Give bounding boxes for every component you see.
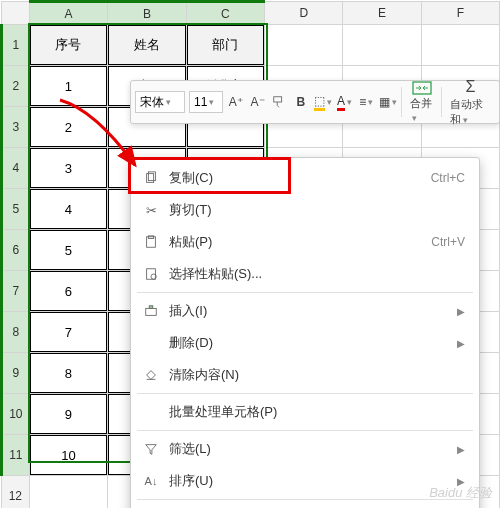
cell[interactable]	[421, 25, 499, 66]
paste-special-icon	[139, 264, 163, 284]
menu-label: 排序(U)	[169, 472, 213, 490]
row-header[interactable]: 12	[2, 476, 30, 509]
menu-copy[interactable]: 复制(C) Ctrl+C	[131, 162, 479, 194]
font-color-button[interactable]: A	[336, 91, 354, 113]
merge-icon	[412, 81, 432, 95]
menu-label: 筛选(L)	[169, 440, 211, 458]
menu-label: 删除(D)	[169, 334, 213, 352]
col-header-b[interactable]: B	[108, 2, 186, 25]
decrease-font-icon[interactable]: A⁻	[249, 91, 267, 113]
autosum-button[interactable]: Σ 自动求和	[446, 78, 495, 127]
autosum-label: 自动求和	[450, 97, 491, 127]
menu-shortcut: Ctrl+C	[431, 171, 465, 185]
cell[interactable]: 3	[29, 148, 107, 189]
copy-icon	[139, 168, 163, 188]
menu-label: 批量处理单元格(P)	[169, 403, 277, 421]
row-header[interactable]: 8	[2, 312, 30, 353]
align-button[interactable]: ≡	[357, 91, 375, 113]
svg-rect-9	[149, 306, 153, 309]
svg-rect-1	[413, 82, 431, 94]
cell[interactable]	[29, 476, 107, 509]
paste-icon	[139, 232, 163, 252]
cell[interactable]: 序号	[29, 25, 107, 66]
menu-batch[interactable]: 批量处理单元格(P)	[131, 396, 479, 428]
row-header[interactable]: 5	[2, 189, 30, 230]
menu-insert-comment[interactable]: 插入批注(M)... Shift+F2	[131, 502, 479, 508]
cut-icon: ✂	[139, 200, 163, 220]
format-painter-icon[interactable]	[270, 91, 288, 113]
menu-clear[interactable]: 清除内容(N)	[131, 359, 479, 391]
cell[interactable]	[265, 25, 343, 66]
fill-color-button[interactable]: ⬚	[314, 91, 332, 113]
watermark: Baidu 经验	[429, 484, 492, 502]
cell[interactable]: 10	[29, 435, 107, 476]
row-header[interactable]: 9	[2, 353, 30, 394]
row-header[interactable]: 11	[2, 435, 30, 476]
cell[interactable]: 5	[29, 230, 107, 271]
cell[interactable]: 8	[29, 353, 107, 394]
cell[interactable]: 7	[29, 312, 107, 353]
sigma-icon: Σ	[466, 78, 476, 96]
row-header[interactable]: 3	[2, 107, 30, 148]
col-header-a[interactable]: A	[29, 2, 107, 25]
col-header-c[interactable]: C	[186, 2, 264, 25]
cell[interactable]: 4	[29, 189, 107, 230]
merge-button[interactable]: 合并	[406, 81, 437, 123]
filter-icon	[139, 439, 163, 459]
svg-rect-0	[274, 97, 282, 102]
cell[interactable]: 2	[29, 107, 107, 148]
menu-paste-special[interactable]: 选择性粘贴(S)...	[131, 258, 479, 290]
borders-button[interactable]: ▦	[379, 91, 397, 113]
insert-icon	[139, 301, 163, 321]
col-header-d[interactable]: D	[265, 2, 343, 25]
menu-label: 清除内容(N)	[169, 366, 239, 384]
submenu-arrow-icon: ▶	[457, 444, 465, 455]
mini-toolbar: 宋体 11 A⁺ A⁻ B ⬚ A ≡ ▦ 合并 Σ 自动求和	[130, 80, 500, 124]
cell[interactable]: 1	[29, 66, 107, 107]
cell[interactable]	[343, 25, 421, 66]
submenu-arrow-icon: ▶	[457, 338, 465, 349]
cell[interactable]: 姓名	[108, 25, 186, 66]
sort-icon: A↓	[139, 471, 163, 491]
col-header-f[interactable]: F	[421, 2, 499, 25]
row-header[interactable]: 6	[2, 230, 30, 271]
select-all-corner[interactable]	[2, 2, 30, 25]
cell[interactable]: 部门	[186, 25, 264, 66]
svg-rect-8	[146, 308, 157, 315]
row-header[interactable]: 2	[2, 66, 30, 107]
menu-shortcut: Ctrl+V	[431, 235, 465, 249]
menu-filter[interactable]: 筛选(L) ▶	[131, 433, 479, 465]
menu-cut[interactable]: ✂ 剪切(T)	[131, 194, 479, 226]
clear-icon	[139, 365, 163, 385]
font-size-combo[interactable]: 11	[189, 91, 223, 113]
context-menu: 复制(C) Ctrl+C ✂ 剪切(T) 粘贴(P) Ctrl+V 选择性粘贴(…	[130, 157, 480, 508]
row-header[interactable]: 4	[2, 148, 30, 189]
font-name-combo[interactable]: 宋体	[135, 91, 185, 113]
row-header[interactable]: 10	[2, 394, 30, 435]
cell[interactable]: 9	[29, 394, 107, 435]
menu-label: 粘贴(P)	[169, 233, 212, 251]
row-header[interactable]: 7	[2, 271, 30, 312]
row-header[interactable]: 1	[2, 25, 30, 66]
menu-label: 复制(C)	[169, 169, 213, 187]
menu-paste[interactable]: 粘贴(P) Ctrl+V	[131, 226, 479, 258]
menu-label: 剪切(T)	[169, 201, 212, 219]
menu-label: 选择性粘贴(S)...	[169, 265, 262, 283]
bold-button[interactable]: B	[292, 91, 310, 113]
menu-delete[interactable]: 删除(D) ▶	[131, 327, 479, 359]
merge-label: 合并	[410, 96, 433, 123]
increase-font-icon[interactable]: A⁺	[227, 91, 245, 113]
menu-label: 插入(I)	[169, 302, 207, 320]
cell[interactable]: 6	[29, 271, 107, 312]
menu-insert[interactable]: 插入(I) ▶	[131, 295, 479, 327]
menu-sort[interactable]: A↓ 排序(U) ▶	[131, 465, 479, 497]
col-header-e[interactable]: E	[343, 2, 421, 25]
submenu-arrow-icon: ▶	[457, 306, 465, 317]
